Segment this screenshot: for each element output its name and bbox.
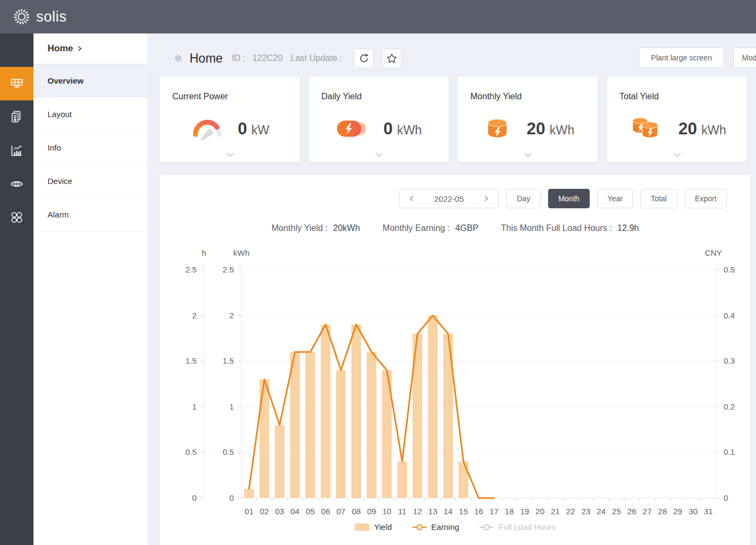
refresh-button[interactable]: [354, 49, 374, 69]
expand-chevron-button[interactable]: [374, 152, 384, 158]
chevron-left-icon: [409, 195, 414, 202]
modify-button[interactable]: Modify: [733, 47, 756, 68]
plant-status-dot: [175, 55, 181, 62]
sidebar-item-alarm[interactable]: Alarm: [33, 198, 147, 231]
svg-text:14: 14: [443, 507, 453, 516]
svg-text:28: 28: [658, 507, 667, 516]
export-label: Export: [695, 194, 717, 203]
sidebar-item-device[interactable]: Device: [33, 165, 147, 198]
svg-text:25: 25: [612, 507, 621, 516]
expand-chevron-button[interactable]: [672, 152, 683, 158]
legend-earning[interactable]: Earning: [413, 522, 460, 532]
svg-text:15: 15: [459, 507, 468, 516]
prev-month-button[interactable]: [407, 193, 416, 204]
tab-label: Month: [558, 194, 579, 203]
plant-large-screen-button[interactable]: Plant large screen: [639, 47, 724, 68]
svg-text:0: 0: [724, 493, 728, 502]
card-value: 20: [678, 119, 697, 139]
svg-text:1: 1: [192, 402, 197, 411]
svg-text:kWh: kWh: [233, 248, 249, 257]
chart-legend: YieldEarningFull Load Hours: [160, 522, 751, 532]
rail-item-plant[interactable]: [0, 67, 33, 100]
stat-label: Monthly Earning :: [383, 223, 450, 233]
legend-label: Yield: [374, 522, 392, 532]
main-content: Home ID : 122C20 Last Update : Plant lar…: [147, 33, 756, 545]
stat-value: 20kWh: [333, 223, 360, 233]
sidebar-item-overview[interactable]: Overview: [33, 64, 147, 98]
apps-icon: [9, 210, 24, 225]
svg-text:0.5: 0.5: [185, 447, 197, 457]
next-month-button[interactable]: [482, 193, 491, 204]
svg-text:17: 17: [490, 507, 499, 516]
refresh-icon: [359, 53, 369, 64]
sidebar-item-label: Alarm: [48, 210, 69, 219]
svg-text:29: 29: [673, 507, 683, 516]
svg-text:1.5: 1.5: [222, 356, 234, 365]
chevron-right-icon: [77, 45, 83, 52]
date-nav: 2022-05: [399, 189, 499, 208]
sidebar-item-layout[interactable]: Layout: [33, 98, 147, 131]
sun-logo-icon: [12, 7, 31, 26]
rail-item-device[interactable]: [0, 100, 33, 134]
expand-chevron-button[interactable]: [523, 152, 534, 158]
svg-text:03: 03: [275, 507, 285, 516]
chevron-down-icon: [524, 153, 532, 157]
sidebar-item-info[interactable]: Info: [33, 131, 147, 165]
tab-year[interactable]: Year: [597, 189, 633, 208]
page-header: Home ID : 122C20 Last Update :: [175, 47, 402, 69]
card-value: 0: [383, 119, 393, 139]
brand-name: solis: [36, 9, 67, 25]
legend-full-load-hours[interactable]: Full Load Hours: [480, 522, 556, 532]
tab-day[interactable]: Day: [507, 189, 541, 208]
svg-text:31: 31: [704, 507, 713, 516]
legend-label: Earning: [431, 522, 460, 532]
chart-controls: 2022-05 Day Month Year Total Export: [399, 189, 727, 208]
power-gauge-icon: [190, 115, 225, 143]
legend-yield[interactable]: Yield: [355, 522, 392, 532]
rail-item-monitor[interactable]: [0, 167, 33, 201]
svg-text:CNY: CNY: [705, 248, 722, 257]
rail-item-apps[interactable]: [0, 201, 33, 234]
tab-label: Day: [517, 194, 530, 203]
svg-text:0.1: 0.1: [724, 447, 735, 457]
chevron-down-icon: [226, 153, 234, 157]
svg-text:0: 0: [230, 493, 234, 502]
tab-total[interactable]: Total: [640, 189, 677, 208]
brand-logo[interactable]: solis: [12, 7, 67, 26]
rail-item-statistics[interactable]: [0, 134, 33, 167]
sidebar-item-label: Layout: [48, 110, 72, 119]
chevron-down-icon: [673, 153, 681, 157]
sidenav-title[interactable]: Home: [33, 33, 147, 64]
svg-text:19: 19: [520, 507, 529, 516]
stat-monthly-yield: Monthly Yield : 20kWh: [272, 223, 360, 233]
statistics-icon: [9, 143, 24, 158]
svg-text:09: 09: [367, 507, 376, 516]
stat-value: 12.9h: [617, 223, 639, 233]
svg-text:07: 07: [336, 507, 346, 516]
date-display[interactable]: 2022-05: [434, 194, 464, 203]
svg-text:1: 1: [230, 402, 234, 411]
favorite-button[interactable]: [382, 49, 402, 69]
plant-large-screen-label: Plant large screen: [651, 53, 712, 62]
card-total-yield: Total Yield 20 kWh: [607, 77, 747, 162]
star-icon: [386, 53, 397, 64]
tab-month[interactable]: Month: [548, 189, 590, 208]
svg-text:2: 2: [192, 311, 197, 320]
plant-id-label: ID :: [232, 53, 245, 63]
line-marker-icon: [413, 524, 427, 530]
line-marker-icon: [480, 524, 494, 530]
svg-text:13: 13: [428, 507, 437, 516]
monitor-eye-icon: [9, 176, 24, 192]
modify-label: Modify: [742, 53, 756, 62]
svg-text:0.5: 0.5: [724, 265, 735, 274]
card-monthly-yield: Monthly Yield 20 kWh: [458, 77, 598, 162]
tab-label: Total: [651, 194, 667, 203]
svg-text:23: 23: [582, 507, 591, 516]
export-button[interactable]: Export: [685, 189, 727, 208]
svg-text:2.5: 2.5: [222, 265, 234, 274]
svg-text:0.3: 0.3: [724, 356, 735, 365]
expand-chevron-button[interactable]: [225, 152, 235, 158]
svg-text:22: 22: [566, 507, 575, 516]
tab-label: Year: [608, 194, 623, 203]
bar-swatch-icon: [355, 523, 369, 531]
